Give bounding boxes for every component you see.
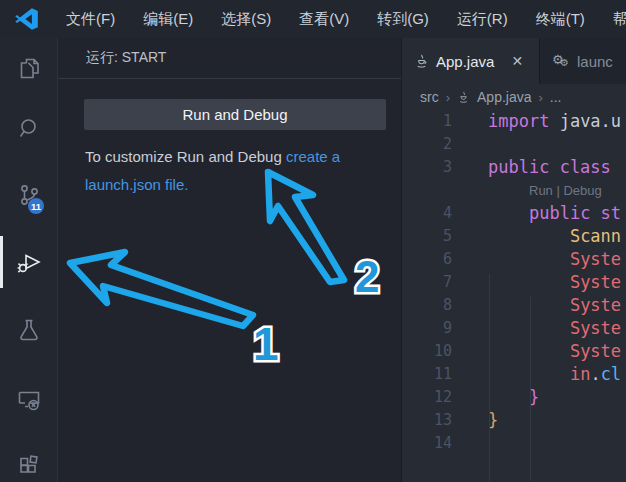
chevron-right-icon: › bbox=[539, 90, 543, 105]
line-number: 14 bbox=[402, 432, 460, 455]
line-number: 1 bbox=[402, 110, 460, 133]
code-text: } bbox=[460, 386, 539, 409]
code-text: import java.u bbox=[460, 110, 621, 133]
line-number: 7 bbox=[402, 271, 460, 294]
code-area[interactable]: 1import java.u23public class Run | Debug… bbox=[402, 110, 626, 482]
code-line: 12 } bbox=[402, 386, 626, 409]
code-text: public st bbox=[460, 202, 621, 225]
menu-view[interactable]: 查看(V) bbox=[285, 0, 363, 38]
code-line: 14 bbox=[402, 432, 626, 455]
code-text: Syste bbox=[460, 248, 621, 271]
code-text: Syste bbox=[460, 294, 621, 317]
vscode-logo-icon bbox=[14, 6, 40, 32]
menu-selection[interactable]: 选择(S) bbox=[207, 0, 285, 38]
line-number: 11 bbox=[402, 363, 460, 386]
chevron-right-icon: › bbox=[446, 90, 450, 105]
tab-launch-json[interactable]: ⚙⚙ launc bbox=[540, 38, 626, 84]
code-text: } bbox=[460, 409, 498, 432]
breadcrumb-item-file[interactable]: App.java bbox=[477, 89, 531, 105]
code-line: 5 Scann bbox=[402, 225, 626, 248]
remote-explorer-icon[interactable] bbox=[16, 387, 42, 413]
breadcrumb-item-src[interactable]: src bbox=[420, 89, 439, 105]
line-number: 4 bbox=[402, 202, 460, 225]
code-text: public class bbox=[460, 156, 621, 179]
line-number: 2 bbox=[402, 133, 460, 156]
code-text: Syste bbox=[460, 317, 621, 340]
code-line: 4 public st bbox=[402, 202, 626, 225]
code-line: 8 Syste bbox=[402, 294, 626, 317]
tab-app-java[interactable]: App.java ✕ bbox=[402, 38, 540, 84]
line-number: 12 bbox=[402, 386, 460, 409]
close-icon[interactable]: ✕ bbox=[511, 53, 523, 69]
code-line: 7 Syste bbox=[402, 271, 626, 294]
breadcrumb-item-more[interactable]: ... bbox=[550, 89, 562, 105]
line-number: 8 bbox=[402, 294, 460, 317]
menu-file[interactable]: 文件(F) bbox=[52, 0, 129, 38]
line-number: 5 bbox=[402, 225, 460, 248]
code-text: in.cl bbox=[460, 363, 621, 386]
source-control-badge: 11 bbox=[28, 198, 44, 214]
menu-terminal[interactable]: 终端(T) bbox=[522, 0, 599, 38]
line-number bbox=[402, 179, 460, 202]
breadcrumb: src › App.java › ... bbox=[402, 84, 626, 110]
editor-tab-bar: App.java ✕ ⚙⚙ launc bbox=[402, 38, 626, 84]
menu-go[interactable]: 转到(G) bbox=[363, 0, 443, 38]
line-number: 13 bbox=[402, 409, 460, 432]
testing-icon[interactable] bbox=[16, 317, 42, 343]
line-number: 6 bbox=[402, 248, 460, 271]
menu-help[interactable]: 帮助(H) bbox=[599, 0, 626, 38]
line-number: 3 bbox=[402, 156, 460, 179]
code-line: 11 in.cl bbox=[402, 363, 626, 386]
run-and-debug-icon[interactable] bbox=[16, 249, 42, 275]
title-bar: 文件(F) 编辑(E) 选择(S) 查看(V) 转到(G) 运行(R) 终端(T… bbox=[0, 0, 626, 38]
java-icon bbox=[457, 91, 470, 104]
line-number: 9 bbox=[402, 317, 460, 340]
gear-icon: ⚙⚙ bbox=[552, 52, 570, 70]
code-line: 1import java.u bbox=[402, 110, 626, 133]
activity-bar: 11 bbox=[0, 38, 58, 482]
codelens-text[interactable]: Run | Debug bbox=[460, 179, 602, 202]
extensions-icon[interactable] bbox=[16, 452, 42, 478]
customize-hint-text: To customize Run and Debug create a laun… bbox=[84, 143, 386, 199]
tab-label: launc bbox=[577, 53, 613, 70]
code-line: 13} bbox=[402, 409, 626, 432]
code-text: Scann bbox=[460, 225, 621, 248]
java-icon bbox=[414, 54, 429, 69]
explorer-icon[interactable] bbox=[16, 55, 42, 81]
code-line: 2 bbox=[402, 133, 626, 156]
code-line: 10 Syste bbox=[402, 340, 626, 363]
line-number: 10 bbox=[402, 340, 460, 363]
code-text bbox=[460, 133, 488, 156]
run-and-debug-button[interactable]: Run and Debug bbox=[84, 99, 386, 130]
code-text: Syste bbox=[460, 340, 621, 363]
indent-guide bbox=[530, 297, 531, 481]
indent-guide bbox=[489, 274, 490, 482]
tab-label: App.java bbox=[436, 53, 494, 70]
menu-run[interactable]: 运行(R) bbox=[443, 0, 522, 38]
code-text bbox=[460, 432, 488, 455]
search-icon[interactable] bbox=[16, 115, 42, 141]
editor-group: App.java ✕ ⚙⚙ launc src › App.java › ...… bbox=[402, 38, 626, 482]
code-line: 6 Syste bbox=[402, 248, 626, 271]
menu-edit[interactable]: 编辑(E) bbox=[129, 0, 207, 38]
run-debug-sidebar: 运行: START Run and Debug To customize Run… bbox=[58, 38, 402, 482]
active-view-indicator bbox=[0, 236, 3, 288]
code-line: 3public class bbox=[402, 156, 626, 179]
codelens-row: Run | Debug bbox=[402, 179, 626, 202]
code-line: 9 Syste bbox=[402, 317, 626, 340]
sidebar-title: 运行: START bbox=[58, 38, 401, 79]
code-text: Syste bbox=[460, 271, 621, 294]
hint-prefix: To customize Run and Debug bbox=[85, 148, 286, 165]
